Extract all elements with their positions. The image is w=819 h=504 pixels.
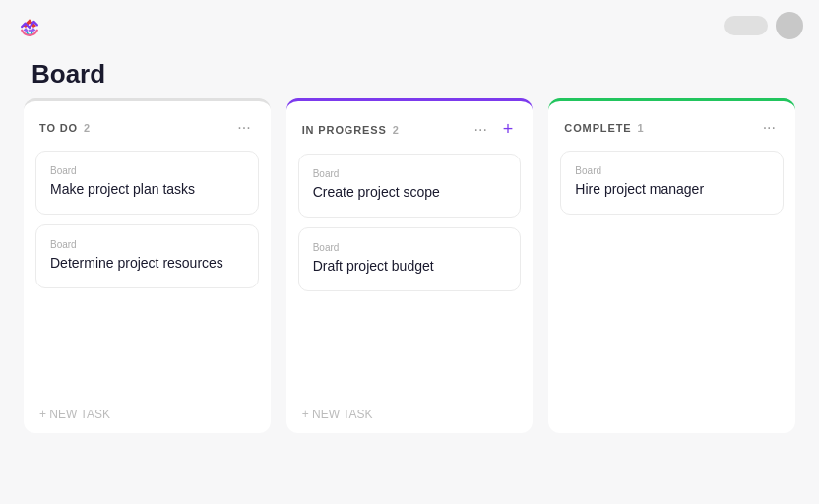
- card-title-complete-0: Hire project manager: [575, 180, 769, 198]
- card-label-todo-1: Board: [50, 239, 244, 250]
- card-title-todo-1: Determine project resources: [50, 254, 244, 272]
- new-task-button-inprogress[interactable]: + NEW TASK: [286, 396, 534, 433]
- column-todo: TO DO2···BoardMake project plan tasksBoa…: [24, 98, 271, 433]
- column-complete: COMPLETE1···BoardHire project manager: [548, 98, 795, 433]
- cards-area-todo: BoardMake project plan tasksBoardDetermi…: [24, 151, 271, 396]
- column-title-complete: COMPLETE: [564, 122, 631, 134]
- topbar: [724, 12, 803, 39]
- card-title-inprogress-0: Create project scope: [313, 183, 507, 201]
- card-todo-0[interactable]: BoardMake project plan tasks: [35, 151, 259, 215]
- column-header-inprogress: IN PROGRESS2···+: [286, 98, 534, 154]
- card-label-inprogress-0: Board: [313, 168, 507, 179]
- cards-area-inprogress: BoardCreate project scopeBoardDraft proj…: [286, 154, 534, 396]
- column-header-complete: COMPLETE1···: [548, 98, 795, 151]
- card-inprogress-1[interactable]: BoardDraft project budget: [298, 227, 522, 291]
- column-actions-todo: ···: [233, 117, 254, 139]
- column-inprogress: IN PROGRESS2···+BoardCreate project scop…: [286, 98, 534, 433]
- column-menu-button-inprogress[interactable]: ···: [470, 119, 490, 141]
- user-avatar[interactable]: [776, 12, 803, 39]
- logo: [16, 14, 43, 45]
- topbar-pill: [724, 16, 768, 35]
- card-label-inprogress-1: Board: [313, 242, 507, 253]
- board-container: TO DO2···BoardMake project plan tasksBoa…: [24, 98, 795, 433]
- card-todo-1[interactable]: BoardDetermine project resources: [35, 224, 259, 288]
- card-label-complete-0: Board: [575, 165, 769, 176]
- column-header-todo: TO DO2···: [24, 98, 271, 151]
- page-title: Board: [32, 59, 105, 90]
- column-menu-button-complete[interactable]: ···: [759, 117, 780, 139]
- card-title-todo-0: Make project plan tasks: [50, 180, 244, 198]
- card-complete-0[interactable]: BoardHire project manager: [560, 151, 784, 215]
- column-count-inprogress: 2: [393, 124, 399, 136]
- column-actions-inprogress: ···+: [470, 117, 517, 142]
- column-title-inprogress: IN PROGRESS: [302, 124, 387, 136]
- cards-area-complete: BoardHire project manager: [548, 151, 795, 433]
- column-actions-complete: ···: [759, 117, 780, 139]
- card-inprogress-0[interactable]: BoardCreate project scope: [298, 154, 522, 218]
- column-add-button-inprogress[interactable]: +: [499, 117, 518, 142]
- new-task-button-todo[interactable]: + NEW TASK: [24, 396, 271, 433]
- card-title-inprogress-1: Draft project budget: [313, 257, 507, 275]
- column-menu-button-todo[interactable]: ···: [233, 117, 254, 139]
- column-count-complete: 1: [638, 122, 644, 134]
- card-label-todo-0: Board: [50, 165, 244, 176]
- column-title-todo: TO DO: [39, 122, 78, 134]
- column-count-todo: 2: [84, 122, 90, 134]
